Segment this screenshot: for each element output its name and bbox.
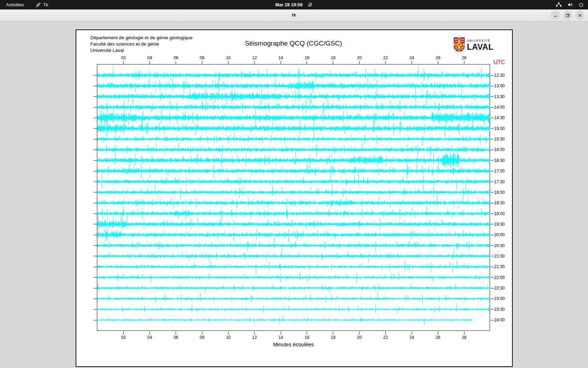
power-icon[interactable] [579,2,584,7]
window-titlebar[interactable]: tk [0,9,588,21]
utc-time-label: 16:00 [494,147,505,152]
utc-time-label: 13:00 [494,83,505,88]
utc-time-label: 20:00 [494,232,505,237]
trace-tick-left [93,256,97,256]
x-tick-bottom [333,332,333,335]
trace-tick-left [93,245,97,246]
trace-tick-right [491,277,494,278]
x-tick-top [281,61,281,64]
x-tick-label-top: 14 [277,55,284,60]
universite-laval-logo: UNIVERSITÉ LAVAL [454,37,493,53]
x-tick-label-top: 02 [120,55,127,60]
x-axis-title: Minutes écoulées [97,341,490,347]
maximize-icon [566,13,570,18]
activities-button[interactable]: Activities [6,2,24,7]
x-tick-bottom [149,332,150,335]
x-tick-bottom [464,332,464,335]
laval-crest-icon [454,37,465,53]
utc-time-label: 21:00 [494,254,505,259]
utc-time-label: 23:00 [494,296,505,301]
desktop-area: Département de géologie et de génie géol… [0,21,588,368]
utc-time-label: 18:00 [494,190,505,195]
x-tick-label-top: 06 [173,55,180,60]
trace-tick-left [93,107,97,108]
x-tick-label-bottom: 20 [356,335,363,340]
x-tick-top [254,61,255,64]
close-icon [578,13,582,18]
activities-label: Activities [6,2,24,7]
trace-tick-right [491,86,494,86]
gnome-top-bar: Activities Tk Mar 28 19:59 [0,0,588,9]
logo-laval-text: LAVAL [467,43,493,51]
x-tick-label-bottom: 28 [461,335,468,340]
trace-tick-right [491,160,494,161]
utc-time-label: 19:30 [494,222,505,227]
tk-feather-icon [36,2,41,7]
x-tick-bottom [438,332,438,335]
trace-tick-right [491,213,494,214]
x-tick-top [412,61,412,64]
x-tick-bottom [202,332,202,335]
trace-tick-right [491,267,494,267]
x-tick-bottom [281,332,281,335]
trace-tick-left [93,160,97,161]
x-tick-label-bottom: 04 [146,335,153,340]
trace-tick-left [93,150,97,150]
utc-time-label: 19:00 [494,211,505,216]
x-tick-label-bottom: 08 [198,335,205,340]
x-tick-label-top: 08 [198,55,205,60]
x-tick-label-bottom: 26 [434,335,441,340]
x-tick-top [464,61,464,64]
minimize-button[interactable] [551,11,560,20]
x-tick-label-top: 22 [382,55,389,60]
x-tick-top [359,61,359,64]
trace-tick-right [491,107,494,108]
bell-muted-icon [308,2,313,7]
trace-tick-left [93,171,97,171]
app-menu[interactable]: Tk [36,2,48,7]
x-tick-bottom [228,332,229,335]
trace-tick-left [93,320,97,320]
clock-menu[interactable]: Mar 28 19:59 [275,2,313,7]
trace-tick-left [93,235,97,235]
utc-time-label: 14:30 [494,115,505,120]
x-tick-label-bottom: 02 [120,335,127,340]
trace-tick-left [93,128,97,129]
trace-tick-right [491,256,494,256]
window-title: tk [0,12,588,18]
clock-text: Mar 28 19:59 [275,2,302,7]
x-tick-label-top: 18 [330,55,337,60]
trace-tick-right [491,139,494,139]
trace-tick-right [491,245,494,246]
trace-tick-left [93,182,97,182]
seismogram-traces [97,64,490,331]
trace-tick-left [93,203,97,203]
network-icon[interactable] [556,2,562,7]
x-tick-label-bottom: 14 [277,335,284,340]
trace-tick-right [491,235,494,235]
x-tick-bottom [254,332,255,335]
utc-time-label: 22:30 [494,286,505,291]
trace-tick-right [491,192,494,192]
close-button[interactable] [575,11,584,20]
x-tick-label-bottom: 10 [225,335,232,340]
x-tick-label-top: 16 [303,55,310,60]
utc-time-label: 15:00 [494,126,505,131]
trace-tick-left [93,192,97,192]
trace-tick-right [491,288,494,288]
app-menu-label: Tk [43,2,48,7]
utc-time-label: 24:00 [494,318,505,322]
utc-time-label: 17:00 [494,169,505,173]
x-tick-top [438,61,438,64]
seismogram-plot-box [97,64,490,331]
x-tick-bottom [412,332,412,335]
volume-icon[interactable] [567,2,573,7]
x-tick-top [333,61,333,64]
trace-tick-right [491,182,494,182]
utc-time-label: 12:30 [494,73,505,78]
trace-tick-left [93,299,97,299]
x-tick-label-top: 20 [356,55,363,60]
maximize-button[interactable] [563,11,572,20]
trace-tick-left [93,277,97,278]
x-tick-label-bottom: 16 [303,335,310,340]
